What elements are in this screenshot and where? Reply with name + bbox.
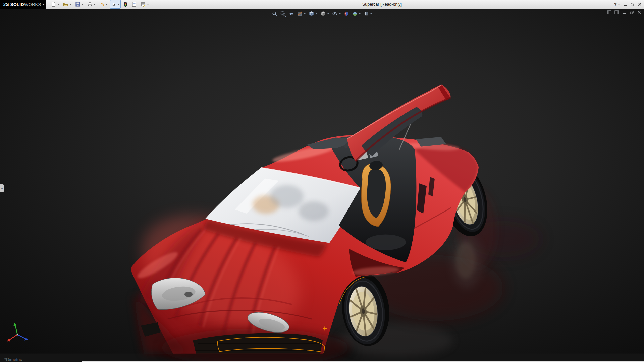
open-dropdown[interactable] — [69, 4, 71, 5]
save-dropdown[interactable] — [82, 4, 84, 5]
save-button[interactable] — [74, 0, 85, 9]
apply-scene-icon — [352, 11, 358, 17]
apply-scene-dropdown[interactable] — [359, 13, 361, 14]
previous-view-icon — [289, 11, 294, 17]
main-toolbar — [50, 0, 150, 9]
rebuild-traffic-light-icon — [123, 2, 128, 7]
section-view-icon — [297, 11, 303, 17]
zoom-to-fit-icon — [272, 11, 278, 17]
document-title: Supercar [Read-only] — [362, 2, 402, 7]
brand-solid: SOLID — [10, 2, 24, 7]
options-button[interactable] — [139, 0, 150, 9]
undo-icon — [99, 2, 105, 7]
select-dropdown[interactable] — [117, 4, 119, 5]
display-pane-button[interactable] — [614, 10, 619, 14]
doc-close-button[interactable] — [637, 10, 641, 14]
previous-view-button[interactable] — [289, 11, 294, 17]
restore-button[interactable] — [630, 2, 635, 6]
hide-show-items-icon — [332, 11, 338, 16]
section-view-button[interactable] — [297, 11, 306, 17]
file-properties-button[interactable] — [130, 0, 138, 9]
print-icon — [87, 2, 93, 7]
restore-icon — [630, 10, 634, 14]
view-orientation-dropdown[interactable] — [316, 13, 318, 14]
undo-button[interactable] — [98, 0, 109, 9]
3d-scene[interactable] — [0, 9, 644, 362]
doc-restore-button[interactable] — [630, 10, 634, 14]
apply-scene-button[interactable] — [352, 11, 361, 17]
new-document-icon — [51, 2, 56, 7]
featuremanager-pane-icon — [607, 10, 611, 14]
options-dropdown[interactable] — [147, 4, 149, 5]
new-dropdown[interactable] — [57, 4, 59, 5]
view-orientation-cube-icon — [309, 11, 315, 17]
new-document-button[interactable] — [50, 0, 61, 9]
file-properties-icon — [131, 2, 137, 7]
zoom-to-fit-button[interactable] — [272, 11, 278, 17]
view-settings-icon — [364, 11, 369, 17]
help-button[interactable]: ? — [614, 2, 620, 7]
zoom-to-area-icon — [280, 11, 286, 17]
print-dropdown[interactable] — [94, 4, 96, 5]
titlebar: 3 S SOLID WORKS ▸ — [0, 0, 644, 9]
open-icon — [63, 2, 68, 7]
undo-dropdown[interactable] — [106, 4, 108, 5]
minimize-icon — [623, 2, 627, 6]
statusbar-edge — [82, 361, 644, 362]
close-icon — [638, 2, 642, 6]
section-view-dropdown[interactable] — [304, 13, 306, 14]
solidworks-logo: 3 S SOLID WORKS ▸ — [0, 0, 46, 9]
hide-show-dropdown[interactable] — [339, 13, 341, 14]
edit-appearance-button[interactable] — [344, 11, 350, 17]
display-style-dropdown[interactable] — [327, 13, 329, 14]
minimize-icon — [622, 10, 627, 14]
edit-appearance-icon — [344, 11, 350, 17]
select-cursor-icon — [111, 2, 116, 7]
headsup-toolbar — [272, 11, 372, 17]
options-sheet-icon — [141, 2, 146, 7]
rebuild-button[interactable] — [122, 0, 129, 9]
menu-expand-arrow[interactable]: ▸ — [43, 3, 45, 6]
print-button[interactable] — [86, 0, 97, 9]
doc-minimize-button[interactable] — [622, 10, 627, 14]
close-button[interactable] — [638, 2, 642, 6]
open-button[interactable] — [62, 0, 73, 9]
view-orientation-label: *Dimetric — [4, 357, 22, 362]
logo-3-mark: 3 — [3, 0, 6, 9]
restore-icon — [630, 2, 635, 6]
graphics-area[interactable]: *Dimetric ◂ — [0, 9, 644, 362]
zoom-to-area-button[interactable] — [280, 11, 286, 17]
select-button[interactable] — [110, 0, 121, 9]
display-pane-icon — [614, 10, 619, 14]
document-window-controls — [607, 10, 641, 14]
featuremanager-pane-button[interactable] — [607, 10, 611, 14]
close-icon — [637, 10, 641, 14]
view-orientation-button[interactable] — [309, 11, 318, 17]
view-settings-dropdown[interactable] — [370, 13, 372, 14]
display-style-button[interactable] — [320, 11, 329, 17]
brand-works: WORKS — [24, 2, 41, 7]
titlebar-controls: ? — [614, 0, 642, 9]
featuremanager-splitter[interactable]: ◂ — [0, 184, 4, 192]
view-settings-button[interactable] — [364, 11, 372, 17]
save-icon — [75, 2, 80, 7]
minimize-button[interactable] — [623, 2, 627, 6]
logo-s-mark: S — [6, 2, 9, 7]
help-dropdown[interactable] — [618, 4, 620, 5]
display-style-icon — [320, 11, 326, 17]
hide-show-items-button[interactable] — [332, 11, 341, 16]
